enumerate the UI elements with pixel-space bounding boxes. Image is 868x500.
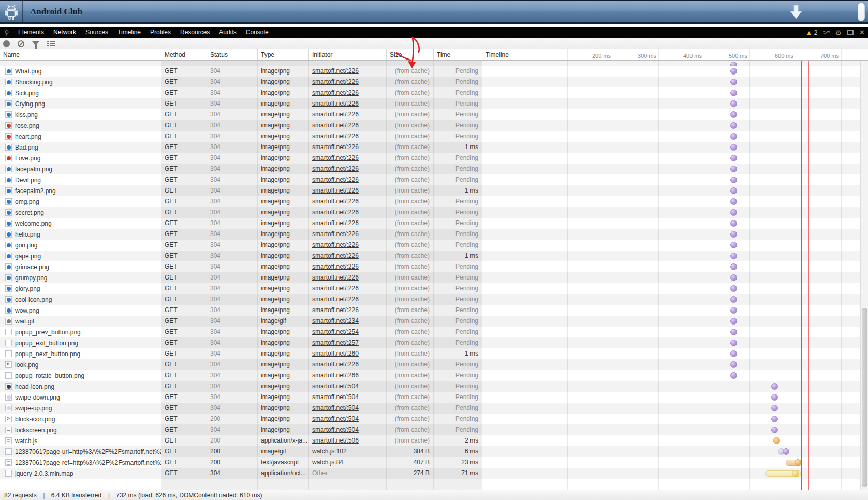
table-row[interactable]: glory.pngGET304image/pngsmartoff.net/:22… — [0, 283, 868, 294]
close-icon[interactable]: ✕ — [859, 28, 865, 36]
load-event-line — [808, 229, 809, 240]
load-event-line — [808, 61, 809, 66]
table-row[interactable]: Bad.pngGET304image/pngsmartoff.net/:226(… — [0, 142, 868, 153]
table-row[interactable]: facepalm2.pngGET304image/pngsmartoff.net… — [0, 185, 868, 196]
dock-icon[interactable] — [847, 30, 854, 35]
waterfall-dot — [730, 242, 737, 248]
table-row[interactable]: Crying.pngGET304image/pngsmartoff.net/:2… — [0, 98, 868, 109]
column-header-time[interactable]: Time — [434, 49, 482, 60]
small-rows-icon[interactable] — [47, 41, 55, 47]
waterfall-dot — [730, 318, 737, 325]
table-row[interactable]: popup_exit_button.pngGET304image/pngsmar… — [0, 337, 868, 348]
dcl-event-line — [801, 272, 802, 283]
table-row[interactable]: Love.pngGET304image/pngsmartoff.net/:226… — [0, 153, 868, 164]
table-row[interactable]: secret.pngGET304image/pngsmartoff.net/:2… — [0, 207, 868, 218]
table-row[interactable]: Sick.pngGET304image/pngsmartoff.net/:226… — [0, 87, 868, 98]
table-row[interactable]: look.pngGET304image/pngsmartoff.net/:226… — [0, 359, 868, 370]
console-icon[interactable]: >≡ — [823, 29, 830, 36]
file-thumbnail-icon — [5, 437, 12, 444]
tab-profiles[interactable]: Profiles — [145, 27, 175, 38]
tab-sources[interactable]: Sources — [81, 27, 113, 38]
table-row[interactable]: cool-icon.pngGET304image/pngsmartoff.net… — [0, 294, 868, 305]
column-header-type[interactable]: Type — [258, 49, 309, 60]
search-icon[interactable]: ⚲ — [0, 29, 13, 36]
load-event-line — [808, 370, 809, 381]
dcl-event-line — [801, 196, 802, 207]
table-row[interactable]: heart.pngGET304image/pngsmartoff.net/:22… — [0, 131, 868, 142]
file-thumbnail-icon — [5, 100, 12, 107]
file-thumbnail-icon — [5, 111, 12, 118]
table-row[interactable]: popup_prev_button.pngGET304image/pngsmar… — [0, 327, 868, 337]
table-row[interactable]: head-icon.pngGET304image/pngsmartoff.net… — [0, 381, 868, 392]
table-row[interactable]: swipe-down.pngGET304image/pngsmartoff.ne… — [0, 392, 868, 403]
column-header-initiator[interactable]: Initiator — [309, 49, 387, 60]
devtools-tab-bar: ⚲ ElementsNetworkSourcesTimelineProfiles… — [0, 27, 868, 38]
tab-resources[interactable]: Resources — [175, 27, 214, 38]
table-row[interactable]: wow.pngGET304image/pngsmartoff.net/:226(… — [0, 305, 868, 316]
table-row[interactable]: 12387061?page-ref=http%3A%2F%2Fsmartoff.… — [0, 457, 868, 468]
table-row[interactable]: What.pngGET304image/pngsmartoff.net/:226… — [0, 66, 868, 77]
load-event-line — [808, 251, 809, 261]
table-row[interactable]: gape.pngGET304image/pngsmartoff.net/:226… — [0, 251, 868, 261]
load-event-line — [808, 468, 809, 479]
waterfall-dot — [730, 90, 737, 96]
tab-console[interactable]: Console — [241, 27, 273, 38]
waterfall-dot — [771, 427, 778, 433]
table-row[interactable]: popup_next_button.pngGET304image/pngsmar… — [0, 348, 868, 359]
table-row[interactable]: gon.pngGET304image/pngsmartoff.net/:226(… — [0, 240, 868, 251]
table-row[interactable]: facepalm.pngGET304image/pngsmartoff.net/… — [0, 164, 868, 174]
page-title: Android Club — [30, 1, 82, 22]
file-thumbnail-icon — [5, 144, 12, 151]
table-row[interactable]: rose.pngGET304image/pngsmartoff.net/:226… — [0, 120, 868, 131]
gear-icon[interactable]: ⚙ — [835, 28, 842, 37]
table-row[interactable]: 12387061?page-url=http%3A%2F%2Fsmartoff.… — [0, 446, 868, 457]
table-row[interactable]: jquery-2.0.3.min.mapGET304application/oc… — [0, 468, 868, 479]
table-scrollbar-thumb[interactable] — [862, 308, 867, 487]
waterfall-dot — [730, 187, 737, 194]
file-thumbnail-icon — [5, 350, 12, 357]
download-arrow-icon[interactable] — [788, 4, 804, 21]
table-row[interactable]: swipe-up.pngGET304image/pngsmartoff.net/… — [0, 403, 868, 414]
table-row[interactable]: Devil.pngGET304image/pngsmartoff.net/:22… — [0, 174, 868, 185]
table-row[interactable]: kiss.pngGET304image/pngsmartoff.net/:226… — [0, 109, 868, 120]
column-header-size[interactable]: Size — [387, 49, 434, 60]
table-row[interactable]: lockscreen.pngGET304image/pngsmartoff.ne… — [0, 424, 868, 435]
table-row[interactable]: grumpy.pngGET304image/pngsmartoff.net/:2… — [0, 272, 868, 283]
table-row[interactable]: omg.pngGET304image/pngsmartoff.net/:226(… — [0, 196, 868, 207]
table-row[interactable]: Shocking.pngGET304image/pngsmartoff.net/… — [0, 77, 868, 87]
table-row[interactable]: grimace.pngGET304image/pngsmartoff.net/:… — [0, 261, 868, 272]
warning-count[interactable]: 2 — [814, 29, 818, 36]
waterfall-dot — [730, 177, 737, 183]
warning-icon[interactable]: ▲ — [806, 29, 812, 36]
column-header-name[interactable]: Name — [0, 49, 161, 60]
file-thumbnail-icon — [5, 470, 12, 477]
table-scrollbar[interactable] — [860, 61, 868, 490]
tab-audits[interactable]: Audits — [214, 27, 241, 38]
tab-timeline[interactable]: Timeline — [113, 27, 145, 38]
table-row[interactable]: watch.jsGET200application/x-ja...smartof… — [0, 435, 868, 446]
tab-elements[interactable]: Elements — [13, 27, 49, 38]
waterfall-dot — [771, 405, 778, 411]
column-header-timeline[interactable]: Timeline200 ms300 ms400 ms500 ms600 ms70… — [482, 49, 860, 60]
table-row[interactable]: wait.gifGET304image/gifsmartoff.net/:234… — [0, 316, 868, 327]
dcl-event-line — [801, 98, 802, 109]
dcl-event-line — [801, 370, 802, 381]
file-thumbnail-icon — [5, 122, 12, 129]
record-icon[interactable] — [3, 40, 10, 47]
load-event-line — [808, 240, 809, 251]
browser-scrollbar-thumb[interactable] — [858, 3, 865, 21]
clear-icon[interactable] — [18, 40, 24, 47]
waterfall-dot — [771, 394, 778, 401]
tab-network[interactable]: Network — [49, 27, 81, 38]
file-thumbnail-icon — [5, 231, 12, 238]
waterfall-dot — [730, 122, 737, 129]
column-header-status[interactable]: Status — [207, 49, 258, 60]
load-event-line — [808, 381, 809, 392]
table-row[interactable]: welcome.pngGET304image/pngsmartoff.net/:… — [0, 218, 868, 229]
table-row[interactable]: popup_rotate_button.pngGET304image/pngsm… — [0, 370, 868, 381]
table-row[interactable]: hello.pngGET304image/pngsmartoff.net/:22… — [0, 229, 868, 240]
load-event-line — [808, 207, 809, 218]
table-row[interactable]: >block-icon.pngGET200image/pngsmartoff.n… — [0, 414, 868, 424]
column-header-method[interactable]: Method — [161, 49, 207, 60]
filter-icon[interactable] — [32, 41, 39, 46]
